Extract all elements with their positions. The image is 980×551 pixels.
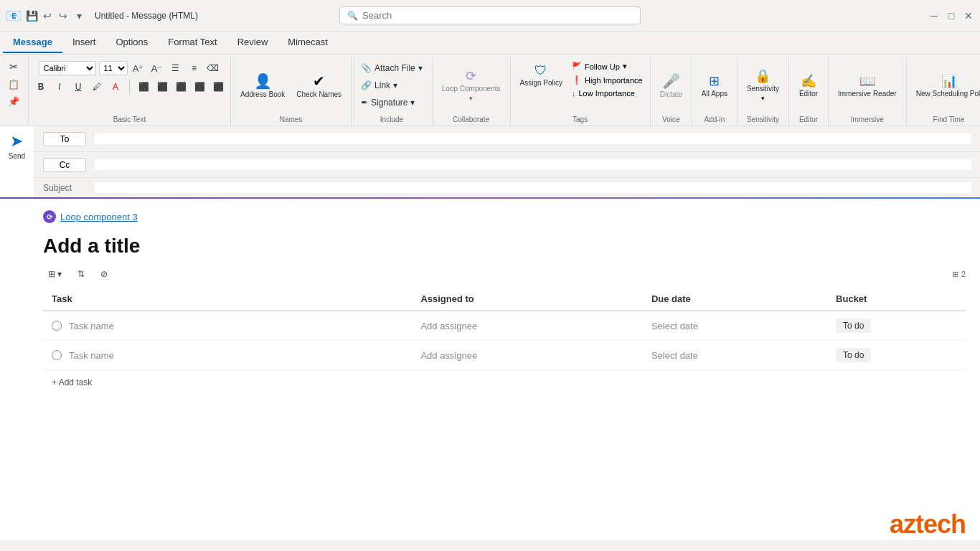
task-cell-1[interactable]: Task name [43,311,412,341]
task-name-1[interactable]: Task name [69,321,114,331]
task-checkbox-1[interactable] [52,321,62,331]
immersive-reader-button[interactable]: 📖 Immersive Reader [833,71,902,101]
undo-button[interactable]: ↩ [42,10,53,22]
numbering-button[interactable]: ≡ [187,60,202,76]
indent-button[interactable]: ⬛ [192,79,207,95]
cut-button[interactable]: ✂ [6,59,22,75]
font-color-button[interactable]: A [108,79,123,95]
align-left-button[interactable]: ⬛ [136,79,151,95]
attach-file-button[interactable]: 📎 Attach File ▾ [356,60,428,76]
send-panel: ➤ Send [0,126,34,197]
tab-message[interactable]: Message [3,32,62,53]
font-size-select[interactable]: 11 [99,61,128,75]
decrease-font-button[interactable]: A⁻ [149,60,165,76]
high-importance-button[interactable]: ❗ High Importance [569,74,646,86]
loop-component-link[interactable]: Loop component 3 [60,212,138,222]
clear-format-button[interactable]: ⌫ [205,60,221,76]
tab-format-text[interactable]: Format Text [158,32,227,53]
address-book-button[interactable]: 👤 Address Book [235,70,290,102]
title-bar-left: 📧 💾 ↩ ↪ ▾ Untitled - Message (HTML) [6,8,339,24]
all-apps-button[interactable]: ⊞ All Apps [697,71,732,101]
cc-button[interactable]: Cc [43,158,86,172]
task-table-header: Task Assigned to Due date Bucket [43,288,966,311]
send-button[interactable]: ➤ Send [9,132,25,160]
minimize-button[interactable]: ─ [928,10,940,22]
follow-up-dropdown-icon: ▾ [623,62,627,71]
add-task-label: + Add task [52,377,92,387]
due-date-cell-2[interactable]: Select date [643,341,827,370]
close-button[interactable]: ✕ [963,10,974,22]
bucket-cell-1[interactable]: To do [827,311,966,341]
italic-button[interactable]: I [52,79,67,95]
table-row: Task name Add assignee Select date To do [43,311,966,341]
paste-button[interactable]: 📌 [6,93,22,109]
ribbon-group-tags: 🛡 Assign Policy 🚩 Follow Up ▾ ❗ High Imp… [511,57,651,126]
due-date-cell-1[interactable]: Select date [643,311,827,341]
loop-components-button[interactable]: ⟳ Loop Components ▾ [437,66,506,105]
increase-font-button[interactable]: A⁺ [131,60,146,76]
task-title[interactable]: Add a title [43,235,966,258]
to-input[interactable] [95,133,971,144]
assignee-cell-1[interactable]: Add assignee [412,311,643,341]
compose-body[interactable]: ⟳ Loop component 3 Add a title ⊞ ▾ ⇅ ⊘ ⊞… [0,199,980,540]
bucket-badge-2: To do [836,348,871,362]
task-checkbox-2[interactable] [52,350,62,360]
maximize-button[interactable]: □ [946,10,957,22]
search-input[interactable] [362,10,633,21]
align-right-button[interactable]: ⬛ [173,79,189,95]
ribbon-group-apps: ⊞ All Apps Add-in [692,57,738,126]
immersive-reader-icon: 📖 [859,75,875,88]
filter-button[interactable]: ⊘ [95,266,113,282]
cc-input[interactable] [95,159,971,170]
loop-component-header: ⟳ Loop component 3 [43,210,966,223]
follow-up-button[interactable]: 🚩 Follow Up ▾ [569,60,646,72]
assignee-cell-2[interactable]: Add assignee [412,341,643,370]
font-family-select[interactable]: Calibri [39,61,96,75]
align-center-button[interactable]: ⬛ [154,79,170,95]
tab-mimecast[interactable]: Mimecast [278,32,338,53]
highlight-button[interactable]: 🖊 [89,79,105,95]
task-table: Task Assigned to Due date Bucket Task na… [43,288,966,370]
search-bar[interactable]: 🔍 [339,6,641,24]
copy-button[interactable]: 📋 [6,76,22,92]
link-button[interactable]: 🔗 Link ▾ [356,77,402,93]
compose-area: ➤ Send To Cc Subject [0,126,980,197]
low-importance-button[interactable]: ↓ Low Importance [569,88,646,99]
to-button[interactable]: To [43,132,86,146]
sensitivity-label: Sensitivity [747,85,779,93]
add-task-row[interactable]: + Add task [43,370,966,395]
ribbon-group-voice: 🎤 Dictate Voice [651,57,692,126]
check-names-button[interactable]: ✔ Check Names [291,70,347,102]
outdent-button[interactable]: ⬛ [210,79,226,95]
tags-group-label: Tags [515,114,646,126]
task-cell-2[interactable]: Task name [43,341,412,370]
sensitivity-button[interactable]: 🔒 Sensitivity ▾ [742,66,784,105]
scheduling-poll-icon: 📊 [941,75,957,88]
bullets-button[interactable]: ☰ [168,60,184,76]
task-name-2[interactable]: Task name [69,350,114,361]
tab-review[interactable]: Review [227,32,278,53]
due-date-column-header: Due date [643,288,827,311]
sort-button[interactable]: ⇅ [72,266,90,282]
task-table-body: Task name Add assignee Select date To do… [43,311,966,370]
bucket-cell-2[interactable]: To do [827,341,966,370]
tab-options[interactable]: Options [105,32,158,53]
more-actions-button[interactable]: ▾ [73,10,85,22]
scheduling-poll-button[interactable]: 📊 New Scheduling Poll [911,71,980,101]
tab-insert[interactable]: Insert [62,32,106,53]
editor-button[interactable]: ✍ Editor [793,71,824,101]
loop-label: Loop Components [442,85,501,93]
underline-button[interactable]: U [70,79,86,95]
bold-button[interactable]: B [33,79,49,95]
assign-policy-button[interactable]: 🛡 Assign Policy [515,60,567,90]
save-icon[interactable]: 💾 [26,10,37,22]
redo-button[interactable]: ↪ [57,10,69,22]
subject-input[interactable] [95,182,971,193]
dictate-button[interactable]: 🎤 Dictate [655,70,687,102]
send-label: Send [9,152,25,160]
check-names-label: Check Names [296,90,341,98]
collaborate-group-label: Collaborate [437,114,506,126]
table-view-button[interactable]: ⊞ ▾ [43,266,67,282]
signature-button[interactable]: ✒ Signature ▾ [356,95,420,110]
assigned-to-column-header: Assigned to [412,288,643,311]
